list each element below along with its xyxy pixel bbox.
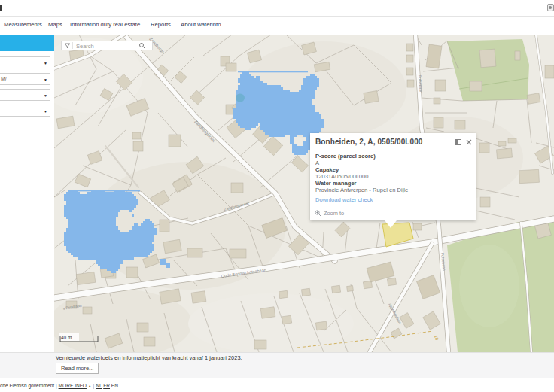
- svg-text:40 m: 40 m: [61, 335, 72, 340]
